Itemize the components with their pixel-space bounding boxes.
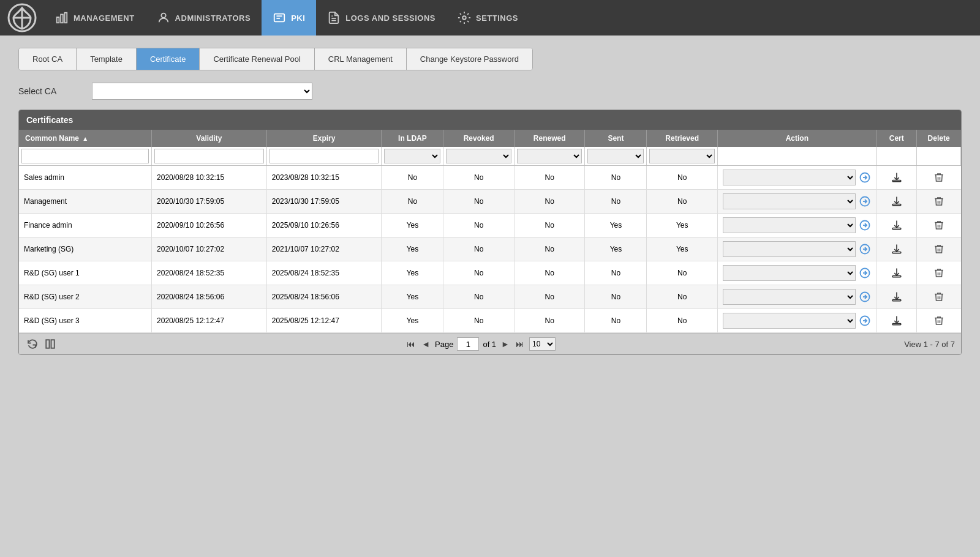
page-size-select[interactable]: 10 25 50 100 xyxy=(529,337,556,351)
filter-expiry[interactable] xyxy=(270,149,379,163)
th-validity[interactable]: Validity xyxy=(152,130,267,147)
delete-button-row-2[interactable] xyxy=(932,219,946,232)
nav-administrators[interactable]: ADMINISTRATORS xyxy=(146,0,262,36)
tab-change-keystore[interactable]: Change Keystore Password xyxy=(407,48,532,70)
nav-logs-sessions[interactable]: LOGS AND SESSIONS xyxy=(316,0,447,36)
action-dropdown-row-5[interactable] xyxy=(723,289,856,305)
next-page-button[interactable]: ► xyxy=(500,338,511,350)
th-delete[interactable]: Delete xyxy=(916,130,960,147)
cell-action xyxy=(717,190,876,214)
cell-retrieved: No xyxy=(647,285,717,309)
cell-common-name: Finance admin xyxy=(19,214,152,237)
cell-in-ldap: Yes xyxy=(382,309,443,333)
filter-in-ldap[interactable]: YesNo xyxy=(384,149,440,163)
table-row: R&D (SG) user 3 2020/08/25 12:12:47 2025… xyxy=(19,309,961,333)
tab-certificate[interactable]: Certificate xyxy=(137,48,200,70)
refresh-button[interactable] xyxy=(25,337,39,351)
cell-delete xyxy=(916,190,960,214)
footer-center: ⏮ ◄ Page of 1 ► ⏭ 10 25 50 100 xyxy=(405,337,556,351)
delete-button-row-3[interactable] xyxy=(932,242,946,256)
th-retrieved[interactable]: Retrieved xyxy=(647,130,717,147)
download-cert-button-row-2[interactable] xyxy=(890,219,903,232)
action-dropdown-row-3[interactable] xyxy=(723,241,856,257)
action-go-button-row-6[interactable] xyxy=(858,314,872,327)
tab-crl-management[interactable]: CRL Management xyxy=(315,48,407,70)
tab-template[interactable]: Template xyxy=(77,48,137,70)
last-page-button[interactable]: ⏭ xyxy=(514,338,526,350)
th-action[interactable]: Action xyxy=(717,130,876,147)
cell-sent: No xyxy=(585,166,647,190)
filter-common-name[interactable] xyxy=(21,149,149,163)
download-cert-button-row-3[interactable] xyxy=(890,242,903,256)
action-go-button-row-4[interactable] xyxy=(858,266,872,280)
nav-pki[interactable]: PKI xyxy=(262,0,316,36)
first-page-button[interactable]: ⏮ xyxy=(405,338,417,350)
action-dropdown-row-4[interactable] xyxy=(723,265,856,281)
delete-button-row-4[interactable] xyxy=(932,266,946,280)
cell-in-ldap: No xyxy=(382,166,443,190)
table-row: Marketing (SG) 2020/10/07 10:27:02 2021/… xyxy=(19,237,961,261)
select-ca-label: Select CA xyxy=(18,86,80,96)
top-navigation: MANAGEMENT ADMINISTRATORS PKI LOGS AND S… xyxy=(0,0,980,36)
th-expiry[interactable]: Expiry xyxy=(266,130,382,147)
filter-renewed[interactable]: YesNo xyxy=(517,149,582,163)
panel-title: Certificates xyxy=(19,110,961,130)
action-dropdown-row-1[interactable] xyxy=(723,193,856,209)
download-cert-button-row-6[interactable] xyxy=(890,314,903,327)
th-cert[interactable]: Cert xyxy=(876,130,916,147)
filter-revoked[interactable]: YesNo xyxy=(446,149,511,163)
cell-delete xyxy=(916,237,960,261)
action-dropdown-row-6[interactable] xyxy=(723,313,856,329)
th-renewed[interactable]: Renewed xyxy=(514,130,584,147)
select-ca-dropdown[interactable] xyxy=(92,83,312,100)
download-cert-button-row-1[interactable] xyxy=(890,195,903,208)
cell-sent: Yes xyxy=(585,237,647,261)
th-in-ldap[interactable]: In LDAP xyxy=(382,130,443,147)
action-dropdown-row-2[interactable] xyxy=(723,217,856,233)
cell-expiry: 2025/08/25 12:12:47 xyxy=(266,309,382,333)
svg-point-4 xyxy=(161,13,165,18)
cell-cert xyxy=(876,214,916,237)
cell-validity: 2020/08/28 10:32:15 xyxy=(152,166,267,190)
download-cert-button-row-5[interactable] xyxy=(890,290,903,304)
th-sent[interactable]: Sent xyxy=(585,130,647,147)
cell-validity: 2020/08/24 18:56:06 xyxy=(152,285,267,309)
delete-button-row-1[interactable] xyxy=(932,195,946,208)
action-dropdown-row-0[interactable] xyxy=(723,170,856,185)
action-go-button-row-2[interactable] xyxy=(858,219,872,232)
certificates-panel: Certificates Common Name ▲ Validity Expi… xyxy=(18,110,962,355)
action-go-button-row-3[interactable] xyxy=(858,242,872,256)
cell-expiry: 2021/10/07 10:27:02 xyxy=(266,237,382,261)
action-go-button-row-1[interactable] xyxy=(858,195,872,208)
table-body: Sales admin 2020/08/28 10:32:15 2023/08/… xyxy=(19,166,961,333)
cell-revoked: No xyxy=(443,166,514,190)
nav-settings[interactable]: SETTINGS xyxy=(447,0,529,36)
delete-button-row-0[interactable] xyxy=(932,171,946,184)
cell-validity: 2020/10/07 10:27:02 xyxy=(152,237,267,261)
cell-retrieved: No xyxy=(647,190,717,214)
cell-expiry: 2025/08/24 18:52:35 xyxy=(266,261,382,285)
action-go-button-row-0[interactable] xyxy=(858,171,872,184)
download-cert-button-row-0[interactable] xyxy=(890,171,903,184)
cell-common-name: R&D (SG) user 2 xyxy=(19,285,152,309)
prev-page-button[interactable]: ◄ xyxy=(420,338,431,350)
filter-retrieved[interactable]: YesNo xyxy=(649,149,714,163)
cell-action xyxy=(717,237,876,261)
action-go-button-row-5[interactable] xyxy=(858,290,872,304)
cell-cert xyxy=(876,190,916,214)
th-common-name[interactable]: Common Name ▲ xyxy=(19,130,152,147)
cell-in-ldap: Yes xyxy=(382,261,443,285)
page-input[interactable] xyxy=(457,337,479,351)
delete-button-row-6[interactable] xyxy=(932,314,946,327)
cell-delete xyxy=(916,261,960,285)
columns-button[interactable] xyxy=(43,337,57,351)
th-revoked[interactable]: Revoked xyxy=(443,130,514,147)
filter-sent[interactable]: YesNo xyxy=(587,149,644,163)
filter-validity[interactable] xyxy=(154,149,264,163)
tab-root-ca[interactable]: Root CA xyxy=(19,48,77,70)
nav-management[interactable]: MANAGEMENT xyxy=(44,0,146,36)
download-cert-button-row-4[interactable] xyxy=(890,266,903,280)
tab-cert-renewal-pool[interactable]: Certificate Renewal Pool xyxy=(200,48,314,70)
delete-button-row-5[interactable] xyxy=(932,290,946,304)
cell-revoked: No xyxy=(443,309,514,333)
